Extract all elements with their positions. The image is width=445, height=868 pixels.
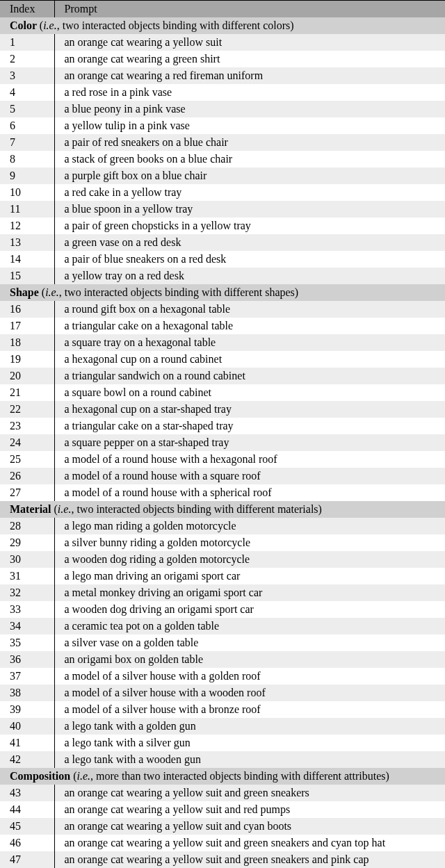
row-prompt: a red rose in a pink vase [54, 84, 445, 101]
table-row: 40a lego tank with a golden gun [0, 718, 445, 735]
table-row: 45an orange cat wearing a yellow suit an… [0, 818, 445, 835]
row-index: 45 [0, 818, 54, 835]
row-index: 41 [0, 735, 54, 751]
row-index: 36 [0, 651, 54, 668]
row-index: 7 [0, 134, 54, 151]
header-index: Index [0, 1, 54, 18]
table-row: 19a hexagonal cup on a round cabinet [0, 351, 445, 368]
row-prompt: an orange cat wearing a yellow suit and … [54, 851, 445, 868]
row-index: 18 [0, 334, 54, 351]
row-prompt: a hexagonal cup on a star-shaped tray [54, 401, 445, 418]
row-index: 5 [0, 101, 54, 117]
row-prompt: a metal monkey driving an origami sport … [54, 584, 445, 601]
table-row: 32a metal monkey driving an origami spor… [0, 584, 445, 601]
table-row: 35a silver vase on a golden table [0, 634, 445, 651]
table-row: 43an orange cat wearing a yellow suit an… [0, 785, 445, 801]
row-prompt: an orange cat wearing a yellow suit and … [54, 785, 445, 801]
table-row: 36an origami box on golden table [0, 651, 445, 668]
row-prompt: a wooden dog driving an origami sport ca… [54, 601, 445, 618]
table-row: 24a square pepper on a star-shaped tray [0, 434, 445, 451]
row-prompt: an origami box on golden table [54, 651, 445, 668]
row-index: 31 [0, 568, 54, 584]
row-prompt: a blue spoon in a yellow tray [54, 201, 445, 218]
table-row: 27a model of a round house with a spheri… [0, 484, 445, 501]
table-row: 29a silver bunny riding a golden motorcy… [0, 534, 445, 551]
row-index: 13 [0, 234, 54, 251]
row-index: 30 [0, 551, 54, 568]
table-row: 7a pair of red sneakers on a blue chair [0, 134, 445, 151]
table-row: 25a model of a round house with a hexago… [0, 451, 445, 468]
row-index: 4 [0, 84, 54, 101]
row-index: 23 [0, 418, 54, 434]
row-index: 2 [0, 51, 54, 67]
section-header: Shape (i.e., two interacted objects bind… [0, 284, 445, 301]
prompts-table: IndexPromptColor (i.e., two interacted o… [0, 0, 445, 868]
row-prompt: a wooden dog riding a golden motorcycle [54, 551, 445, 568]
row-prompt: a stack of green books on a blue chair [54, 151, 445, 167]
table-row: 17a triangular cake on a hexagonal table [0, 318, 445, 334]
row-prompt: a triangular cake on a star-shaped tray [54, 418, 445, 434]
row-index: 3 [0, 67, 54, 84]
row-prompt: a model of a silver house with a golden … [54, 668, 445, 685]
row-index: 15 [0, 268, 54, 284]
row-prompt: a pair of green chopsticks in a yellow t… [54, 218, 445, 234]
table-row: 26a model of a round house with a square… [0, 468, 445, 484]
row-prompt: a green vase on a red desk [54, 234, 445, 251]
row-index: 32 [0, 584, 54, 601]
row-prompt: an orange cat wearing a yellow suit and … [54, 801, 445, 818]
table-row: 31a lego man driving an origami sport ca… [0, 568, 445, 584]
table-row: 38a model of a silver house with a woode… [0, 685, 445, 701]
section-title: Composition (i.e., more than two interac… [0, 768, 445, 785]
row-prompt: an orange cat wearing a yellow suit and … [54, 835, 445, 851]
table-row: 47an orange cat wearing a yellow suit an… [0, 851, 445, 868]
row-prompt: a hexagonal cup on a round cabinet [54, 351, 445, 368]
row-index: 22 [0, 401, 54, 418]
table-row: 10a red cake in a yellow tray [0, 184, 445, 201]
section-title: Material (i.e., two interacted objects b… [0, 501, 445, 518]
table-row: 41a lego tank with a silver gun [0, 735, 445, 751]
table-row: 15a yellow tray on a red desk [0, 268, 445, 284]
row-prompt: a ceramic tea pot on a golden table [54, 618, 445, 634]
row-index: 17 [0, 318, 54, 334]
table-row: 3an orange cat wearing a red fireman uni… [0, 67, 445, 84]
row-prompt: a square pepper on a star-shaped tray [54, 434, 445, 451]
table-row: 44an orange cat wearing a yellow suit an… [0, 801, 445, 818]
row-index: 26 [0, 468, 54, 484]
row-prompt: a blue peony in a pink vase [54, 101, 445, 117]
section-header: Material (i.e., two interacted objects b… [0, 501, 445, 518]
row-prompt: a lego tank with a golden gun [54, 718, 445, 735]
table-row: 2an orange cat wearing a green shirt [0, 51, 445, 67]
table-row: 4a red rose in a pink vase [0, 84, 445, 101]
row-index: 1 [0, 34, 54, 51]
table-row: 6a yellow tulip in a pink vase [0, 117, 445, 134]
row-index: 37 [0, 668, 54, 685]
table-row: 34a ceramic tea pot on a golden table [0, 618, 445, 634]
row-index: 27 [0, 484, 54, 501]
row-index: 9 [0, 167, 54, 184]
table-row: 9a purple gift box on a blue chair [0, 167, 445, 184]
row-prompt: an orange cat wearing a red fireman unif… [54, 67, 445, 84]
row-prompt: a triangular sandwich on a round cabinet [54, 368, 445, 384]
row-prompt: a silver bunny riding a golden motorcycl… [54, 534, 445, 551]
table-row: 1an orange cat wearing a yellow suit [0, 34, 445, 51]
row-index: 29 [0, 534, 54, 551]
row-index: 11 [0, 201, 54, 218]
section-header: Color (i.e., two interacted objects bind… [0, 17, 445, 34]
row-index: 12 [0, 218, 54, 234]
row-prompt: a yellow tray on a red desk [54, 268, 445, 284]
row-prompt: an orange cat wearing a yellow suit [54, 34, 445, 51]
row-prompt: a red cake in a yellow tray [54, 184, 445, 201]
row-prompt: a model of a round house with a square r… [54, 468, 445, 484]
table-row: 30a wooden dog riding a golden motorcycl… [0, 551, 445, 568]
row-prompt: a round gift box on a hexagonal table [54, 301, 445, 318]
table-row: 39a model of a silver house with a bronz… [0, 701, 445, 718]
row-index: 10 [0, 184, 54, 201]
header-prompt: Prompt [54, 1, 445, 18]
table-row: 46an orange cat wearing a yellow suit an… [0, 835, 445, 851]
row-index: 14 [0, 251, 54, 268]
section-header: Composition (i.e., more than two interac… [0, 768, 445, 785]
row-prompt: an orange cat wearing a yellow suit and … [54, 818, 445, 835]
table-row: 20a triangular sandwich on a round cabin… [0, 368, 445, 384]
table-row: 16a round gift box on a hexagonal table [0, 301, 445, 318]
table-row: 28a lego man riding a golden motorcycle [0, 518, 445, 534]
